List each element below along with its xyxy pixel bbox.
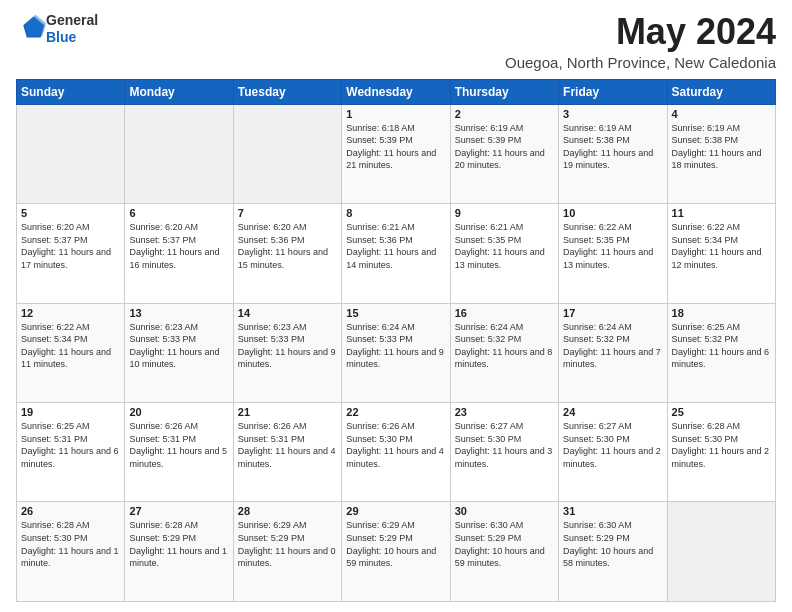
calendar-day-cell: 15Sunrise: 6:24 AM Sunset: 5:33 PM Dayli… (342, 303, 450, 402)
calendar: SundayMondayTuesdayWednesdayThursdayFrid… (16, 79, 776, 602)
day-number: 6 (129, 207, 228, 219)
day-number: 16 (455, 307, 554, 319)
day-number: 13 (129, 307, 228, 319)
day-info: Sunrise: 6:30 AM Sunset: 5:29 PM Dayligh… (563, 519, 662, 569)
calendar-day-cell: 5Sunrise: 6:20 AM Sunset: 5:37 PM Daylig… (17, 204, 125, 303)
calendar-day-cell: 8Sunrise: 6:21 AM Sunset: 5:36 PM Daylig… (342, 204, 450, 303)
calendar-week-row: 19Sunrise: 6:25 AM Sunset: 5:31 PM Dayli… (17, 403, 776, 502)
day-of-week-header: Saturday (667, 79, 775, 104)
day-info: Sunrise: 6:26 AM Sunset: 5:31 PM Dayligh… (238, 420, 337, 470)
title-block: May 2024 Ouegoa, North Province, New Cal… (505, 12, 776, 71)
calendar-day-cell: 17Sunrise: 6:24 AM Sunset: 5:32 PM Dayli… (559, 303, 667, 402)
calendar-week-row: 26Sunrise: 6:28 AM Sunset: 5:30 PM Dayli… (17, 502, 776, 602)
day-number: 23 (455, 406, 554, 418)
day-number: 5 (21, 207, 120, 219)
calendar-day-cell (667, 502, 775, 602)
calendar-day-cell: 10Sunrise: 6:22 AM Sunset: 5:35 PM Dayli… (559, 204, 667, 303)
day-number: 27 (129, 505, 228, 517)
calendar-week-row: 5Sunrise: 6:20 AM Sunset: 5:37 PM Daylig… (17, 204, 776, 303)
calendar-day-cell: 11Sunrise: 6:22 AM Sunset: 5:34 PM Dayli… (667, 204, 775, 303)
day-info: Sunrise: 6:20 AM Sunset: 5:37 PM Dayligh… (129, 221, 228, 271)
day-info: Sunrise: 6:26 AM Sunset: 5:31 PM Dayligh… (129, 420, 228, 470)
location: Ouegoa, North Province, New Caledonia (505, 54, 776, 71)
calendar-day-cell: 19Sunrise: 6:25 AM Sunset: 5:31 PM Dayli… (17, 403, 125, 502)
day-info: Sunrise: 6:28 AM Sunset: 5:29 PM Dayligh… (129, 519, 228, 569)
day-of-week-header: Wednesday (342, 79, 450, 104)
calendar-day-cell (125, 104, 233, 203)
day-info: Sunrise: 6:22 AM Sunset: 5:34 PM Dayligh… (21, 321, 120, 371)
day-number: 22 (346, 406, 445, 418)
day-number: 12 (21, 307, 120, 319)
day-info: Sunrise: 6:23 AM Sunset: 5:33 PM Dayligh… (238, 321, 337, 371)
calendar-day-cell (17, 104, 125, 203)
day-of-week-header: Sunday (17, 79, 125, 104)
calendar-day-cell (233, 104, 341, 203)
day-info: Sunrise: 6:29 AM Sunset: 5:29 PM Dayligh… (346, 519, 445, 569)
day-of-week-header: Friday (559, 79, 667, 104)
day-info: Sunrise: 6:21 AM Sunset: 5:35 PM Dayligh… (455, 221, 554, 271)
day-info: Sunrise: 6:25 AM Sunset: 5:31 PM Dayligh… (21, 420, 120, 470)
day-of-week-header: Tuesday (233, 79, 341, 104)
day-number: 30 (455, 505, 554, 517)
calendar-day-cell: 14Sunrise: 6:23 AM Sunset: 5:33 PM Dayli… (233, 303, 341, 402)
day-of-week-header: Monday (125, 79, 233, 104)
calendar-day-cell: 1Sunrise: 6:18 AM Sunset: 5:39 PM Daylig… (342, 104, 450, 203)
calendar-day-cell: 20Sunrise: 6:26 AM Sunset: 5:31 PM Dayli… (125, 403, 233, 502)
month-year: May 2024 (505, 12, 776, 52)
day-info: Sunrise: 6:20 AM Sunset: 5:36 PM Dayligh… (238, 221, 337, 271)
day-info: Sunrise: 6:24 AM Sunset: 5:33 PM Dayligh… (346, 321, 445, 371)
day-info: Sunrise: 6:30 AM Sunset: 5:29 PM Dayligh… (455, 519, 554, 569)
calendar-day-cell: 26Sunrise: 6:28 AM Sunset: 5:30 PM Dayli… (17, 502, 125, 602)
day-number: 15 (346, 307, 445, 319)
calendar-day-cell: 30Sunrise: 6:30 AM Sunset: 5:29 PM Dayli… (450, 502, 558, 602)
day-number: 25 (672, 406, 771, 418)
day-number: 31 (563, 505, 662, 517)
calendar-week-row: 12Sunrise: 6:22 AM Sunset: 5:34 PM Dayli… (17, 303, 776, 402)
day-number: 19 (21, 406, 120, 418)
day-info: Sunrise: 6:19 AM Sunset: 5:38 PM Dayligh… (563, 122, 662, 172)
day-info: Sunrise: 6:23 AM Sunset: 5:33 PM Dayligh… (129, 321, 228, 371)
day-info: Sunrise: 6:20 AM Sunset: 5:37 PM Dayligh… (21, 221, 120, 271)
day-number: 9 (455, 207, 554, 219)
calendar-day-cell: 31Sunrise: 6:30 AM Sunset: 5:29 PM Dayli… (559, 502, 667, 602)
logo: General Blue (16, 12, 98, 46)
day-info: Sunrise: 6:22 AM Sunset: 5:35 PM Dayligh… (563, 221, 662, 271)
day-info: Sunrise: 6:26 AM Sunset: 5:30 PM Dayligh… (346, 420, 445, 470)
day-number: 10 (563, 207, 662, 219)
day-info: Sunrise: 6:29 AM Sunset: 5:29 PM Dayligh… (238, 519, 337, 569)
page: General Blue May 2024 Ouegoa, North Prov… (0, 0, 792, 612)
calendar-body: 1Sunrise: 6:18 AM Sunset: 5:39 PM Daylig… (17, 104, 776, 601)
day-number: 3 (563, 108, 662, 120)
day-number: 17 (563, 307, 662, 319)
logo-blue: Blue (46, 29, 98, 46)
calendar-day-cell: 7Sunrise: 6:20 AM Sunset: 5:36 PM Daylig… (233, 204, 341, 303)
day-number: 29 (346, 505, 445, 517)
day-info: Sunrise: 6:28 AM Sunset: 5:30 PM Dayligh… (21, 519, 120, 569)
day-number: 11 (672, 207, 771, 219)
day-number: 4 (672, 108, 771, 120)
calendar-day-cell: 21Sunrise: 6:26 AM Sunset: 5:31 PM Dayli… (233, 403, 341, 502)
day-info: Sunrise: 6:19 AM Sunset: 5:39 PM Dayligh… (455, 122, 554, 172)
calendar-day-cell: 16Sunrise: 6:24 AM Sunset: 5:32 PM Dayli… (450, 303, 558, 402)
day-info: Sunrise: 6:27 AM Sunset: 5:30 PM Dayligh… (455, 420, 554, 470)
day-info: Sunrise: 6:22 AM Sunset: 5:34 PM Dayligh… (672, 221, 771, 271)
day-number: 21 (238, 406, 337, 418)
day-number: 26 (21, 505, 120, 517)
calendar-header-row: SundayMondayTuesdayWednesdayThursdayFrid… (17, 79, 776, 104)
calendar-day-cell: 27Sunrise: 6:28 AM Sunset: 5:29 PM Dayli… (125, 502, 233, 602)
day-number: 14 (238, 307, 337, 319)
day-number: 7 (238, 207, 337, 219)
day-number: 18 (672, 307, 771, 319)
calendar-day-cell: 23Sunrise: 6:27 AM Sunset: 5:30 PM Dayli… (450, 403, 558, 502)
calendar-day-cell: 13Sunrise: 6:23 AM Sunset: 5:33 PM Dayli… (125, 303, 233, 402)
calendar-day-cell: 12Sunrise: 6:22 AM Sunset: 5:34 PM Dayli… (17, 303, 125, 402)
calendar-week-row: 1Sunrise: 6:18 AM Sunset: 5:39 PM Daylig… (17, 104, 776, 203)
calendar-day-cell: 9Sunrise: 6:21 AM Sunset: 5:35 PM Daylig… (450, 204, 558, 303)
calendar-day-cell: 2Sunrise: 6:19 AM Sunset: 5:39 PM Daylig… (450, 104, 558, 203)
day-info: Sunrise: 6:19 AM Sunset: 5:38 PM Dayligh… (672, 122, 771, 172)
day-info: Sunrise: 6:28 AM Sunset: 5:30 PM Dayligh… (672, 420, 771, 470)
header: General Blue May 2024 Ouegoa, North Prov… (16, 12, 776, 71)
calendar-day-cell: 3Sunrise: 6:19 AM Sunset: 5:38 PM Daylig… (559, 104, 667, 203)
day-number: 8 (346, 207, 445, 219)
day-number: 1 (346, 108, 445, 120)
